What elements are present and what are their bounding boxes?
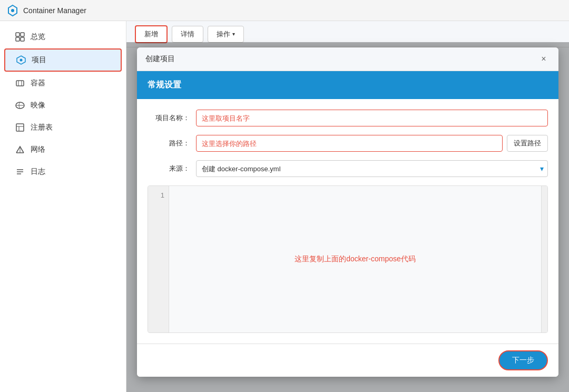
project-name-input[interactable] <box>196 110 548 126</box>
line-numbers: 1 <box>148 186 169 332</box>
title-bar: Container Manager <box>0 0 569 21</box>
path-label: 路径： <box>148 139 190 148</box>
source-select-wrapper: 创建 docker-compose.yml 上传 docker-compose.… <box>196 160 548 177</box>
path-input[interactable] <box>196 135 503 152</box>
dialog-section-title: 常规设置 <box>148 80 181 89</box>
app-title: Container Manager <box>23 6 86 15</box>
path-row: 路径： 设置路径 <box>148 135 548 152</box>
svg-rect-2 <box>16 33 19 36</box>
sidebar-item-log[interactable]: 日志 <box>4 161 122 182</box>
source-row: 来源： 创建 docker-compose.yml 上传 docker-comp… <box>148 160 548 177</box>
sidebar-item-project-label: 项目 <box>32 55 46 65</box>
create-project-dialog: 创建项目 × 常规设置 项目名称： 路径： 设置路径 <box>137 47 558 377</box>
sidebar-item-network[interactable]: 网络 <box>4 139 122 160</box>
sidebar-item-registry[interactable]: 注册表 <box>4 117 122 138</box>
path-input-group: 设置路径 <box>196 135 548 152</box>
next-button[interactable]: 下一步 <box>498 350 548 370</box>
code-placeholder: 这里复制上面的docker-compose代码 <box>295 254 416 264</box>
svg-rect-3 <box>21 33 24 36</box>
svg-rect-5 <box>21 37 24 41</box>
source-select[interactable]: 创建 docker-compose.yml 上传 docker-compose.… <box>196 160 548 177</box>
sidebar-item-network-label: 网络 <box>31 145 45 154</box>
sidebar-item-container[interactable]: 容器 <box>4 73 122 94</box>
network-icon <box>15 144 25 155</box>
sidebar-item-image-label: 映像 <box>31 101 45 110</box>
add-button[interactable]: 新增 <box>135 25 168 43</box>
dialog-body: 项目名称： 路径： 设置路径 来源： 创建 docker <box>137 99 558 344</box>
action-button-label: 操作 <box>217 30 230 39</box>
detail-button[interactable]: 详情 <box>172 26 203 43</box>
set-path-button[interactable]: 设置路径 <box>507 135 548 152</box>
sidebar-item-container-label: 容器 <box>31 79 45 88</box>
code-content-area[interactable]: 这里复制上面的docker-compose代码 <box>169 186 541 332</box>
dialog-header: 常规设置 <box>137 71 558 99</box>
image-icon <box>15 100 25 111</box>
scrollbar[interactable] <box>541 186 547 332</box>
svg-rect-8 <box>16 81 24 86</box>
action-button[interactable]: 操作 ▾ <box>208 26 244 43</box>
dialog-overlay: 创建项目 × 常规设置 项目名称： 路径： 设置路径 <box>126 42 569 392</box>
project-name-label: 项目名称： <box>148 113 190 123</box>
container-icon <box>15 78 25 89</box>
svg-point-7 <box>20 59 23 62</box>
sidebar-item-overview[interactable]: 总览 <box>4 26 122 47</box>
line-num-1: 1 <box>148 190 169 201</box>
sidebar-item-registry-label: 注册表 <box>31 123 53 132</box>
sidebar-item-overview-label: 总览 <box>31 32 45 42</box>
dialog-footer: 下一步 <box>137 344 558 377</box>
svg-point-1 <box>11 9 14 12</box>
svg-rect-12 <box>16 124 24 131</box>
project-name-row: 项目名称： <box>148 110 548 126</box>
dialog-titlebar: 创建项目 × <box>137 47 558 71</box>
sidebar-item-image[interactable]: 映像 <box>4 95 122 116</box>
chevron-down-icon: ▾ <box>232 31 235 37</box>
overview-icon <box>15 32 25 42</box>
code-editor[interactable]: 1 这里复制上面的docker-compose代码 <box>148 185 548 333</box>
svg-rect-4 <box>16 37 19 41</box>
registry-icon <box>15 122 25 133</box>
project-icon <box>16 55 26 65</box>
sidebar-item-log-label: 日志 <box>31 167 45 177</box>
app-icon <box>6 4 19 17</box>
source-label: 来源： <box>148 164 190 173</box>
sidebar: 总览 项目 容器 <box>0 21 126 392</box>
log-icon <box>15 166 25 177</box>
dialog-title: 创建项目 <box>145 54 175 64</box>
close-button[interactable]: × <box>537 53 550 65</box>
sidebar-item-project[interactable]: 项目 <box>4 48 122 72</box>
